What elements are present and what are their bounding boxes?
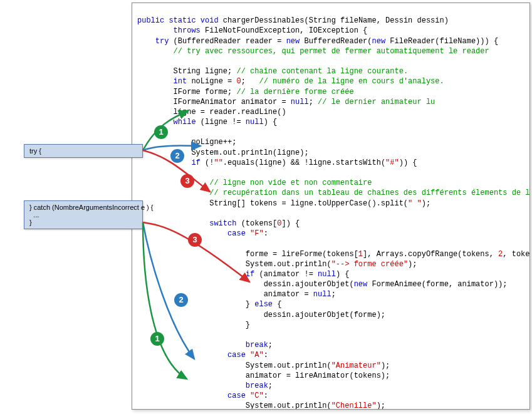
decl-forme: IForme forme; <box>137 88 236 96</box>
println-cree-a: System.out.println( <box>137 260 331 269</box>
kw-case-c: case <box>137 391 246 400</box>
case-a-c: : <box>264 351 268 360</box>
badge-top-1: 1 <box>154 125 168 139</box>
str-c: "C" <box>246 391 264 400</box>
str-animateur: "Animateur" <box>331 361 381 370</box>
str-chenille: "Chenille" <box>331 401 377 410</box>
break1-b: ; <box>268 341 273 349</box>
kw-public: public <box>137 16 164 25</box>
kw-void: void <box>196 16 219 25</box>
readline1: ligne = reader.readLine() <box>137 108 286 116</box>
noligne: noLigne = <box>187 77 236 86</box>
badge-bot-3: 3 <box>188 233 202 247</box>
code-panel: public static void chargerDessinables(St… <box>132 3 530 410</box>
kw-while: while <box>137 118 196 127</box>
cmt-ligne: // chaîne contenant la ligne courante. <box>236 67 408 76</box>
kw-throws: throws <box>137 26 201 35</box>
badge-bot-2: 2 <box>174 293 188 307</box>
else-a: } <box>137 300 254 309</box>
ajouter-forme: dessin.ajouterObjet(forme); <box>137 311 385 319</box>
kw-case-a: case <box>137 351 246 360</box>
println-anim-a: System.out.println( <box>137 361 331 370</box>
cmt-anim: // le dernier animateur lu <box>318 98 435 106</box>
str-space: " " <box>408 199 422 208</box>
close-else: } <box>137 321 250 329</box>
cmt-forme: // la dernière forme créée <box>236 88 353 96</box>
filereader: FileReader(fileName))) { <box>385 37 498 46</box>
throws-list: FileNotFoundException, IOException { <box>201 26 367 35</box>
kw-if: if <box>137 158 201 167</box>
kw-else: else <box>254 300 273 309</box>
kw-null3: null <box>318 270 336 279</box>
num1: 1 <box>358 250 363 259</box>
tokens-b: ); <box>422 199 430 208</box>
cmt-nonvide: // ligne non vide et non commentaire <box>137 179 372 187</box>
println-chen-b: ); <box>377 401 385 410</box>
inc-noligne: noLigne++; <box>137 138 236 147</box>
cmt-tryres: // try avec ressources, qui permet de fe… <box>137 47 489 56</box>
badge-top-2: 2 <box>170 149 184 163</box>
while-end: ) { <box>264 118 278 127</box>
lireforme-b: ], Arrays.copyOfRange(tokens, <box>363 250 498 259</box>
kw-null1: null <box>291 98 309 106</box>
println-cree-b: ); <box>408 260 417 269</box>
anim-end: ; <box>309 98 318 106</box>
str-cree: "--> forme créée" <box>331 260 408 269</box>
println-ligne: System.out.println(ligne); <box>137 148 309 157</box>
println-chen-a: System.out.println( <box>137 401 331 410</box>
if-neg: (! <box>201 158 214 167</box>
noligne-end: ; <box>241 77 259 86</box>
annotation-catch: } catch (NombreArgumentsIncorrect e ) { … <box>24 200 143 229</box>
kw-new3: new <box>354 280 368 289</box>
println-anim-b: ); <box>381 361 390 370</box>
num0a: 0 <box>236 77 241 86</box>
kw-new1: new <box>286 37 300 46</box>
if-end: )) { <box>399 158 417 167</box>
anim-null-b: ; <box>331 290 336 299</box>
ajouter-a: dessin.ajouterObjet( <box>137 280 354 289</box>
try-res: (BufferedReader reader = <box>169 37 286 46</box>
if2-end: ) { <box>336 270 350 279</box>
while-cond: (ligne != <box>196 118 246 127</box>
str-a: "A" <box>246 351 264 360</box>
str-empty: "" <box>214 158 222 167</box>
badge-bot-1: 1 <box>150 332 164 346</box>
switch-b: ]) { <box>281 219 300 228</box>
kw-null4: null <box>313 290 331 299</box>
kw-null2: null <box>246 118 264 127</box>
decl-anim: IFormeAnimator animator = <box>137 98 291 106</box>
badge-top-3: 3 <box>180 174 194 188</box>
lireforme-a: forme = lireForme(tokens[ <box>137 250 358 259</box>
if-mid: .equals(ligne) && !ligne.startsWith( <box>223 158 385 167</box>
kw-int: int <box>137 77 187 86</box>
anim-null-a: animator = <box>137 290 313 299</box>
cmt-noligne: // numéro de la ligne en cours d'analyse… <box>259 77 444 86</box>
switch-a: (tokens[ <box>236 219 277 228</box>
case-f-c: : <box>264 229 268 238</box>
cmt-recup: // recupération dans un tableau de chaîn… <box>137 189 530 197</box>
kw-if2: if <box>137 270 254 279</box>
str-hash: "#" <box>385 158 399 167</box>
decl-ligne: String ligne; <box>137 67 236 76</box>
kw-switch: switch <box>137 219 236 228</box>
case-c-c: : <box>264 391 268 400</box>
break2-b: ; <box>268 381 273 390</box>
lireanimator: animator = lireAnimator(tokens); <box>137 371 390 380</box>
kw-break2: break <box>137 381 268 390</box>
else-b: { <box>273 300 281 309</box>
tokens-a: String[] tokens = ligne.toUpperCase().sp… <box>137 199 408 208</box>
kw-static: static <box>164 16 196 25</box>
lireforme-c: , tokens.le <box>503 250 530 259</box>
method-sig: chargerDessinables(String fileName, Dess… <box>219 16 449 25</box>
str-f: "F" <box>246 229 264 238</box>
if2-mid: (animator != <box>254 270 318 279</box>
kw-try: try <box>137 37 169 46</box>
kw-new2: new <box>372 37 385 46</box>
annotation-try: try { <box>24 144 143 158</box>
bufreader: BufferedReader( <box>300 37 372 46</box>
ajouter-b: FormeAnimee(forme, animator)); <box>367 280 507 289</box>
